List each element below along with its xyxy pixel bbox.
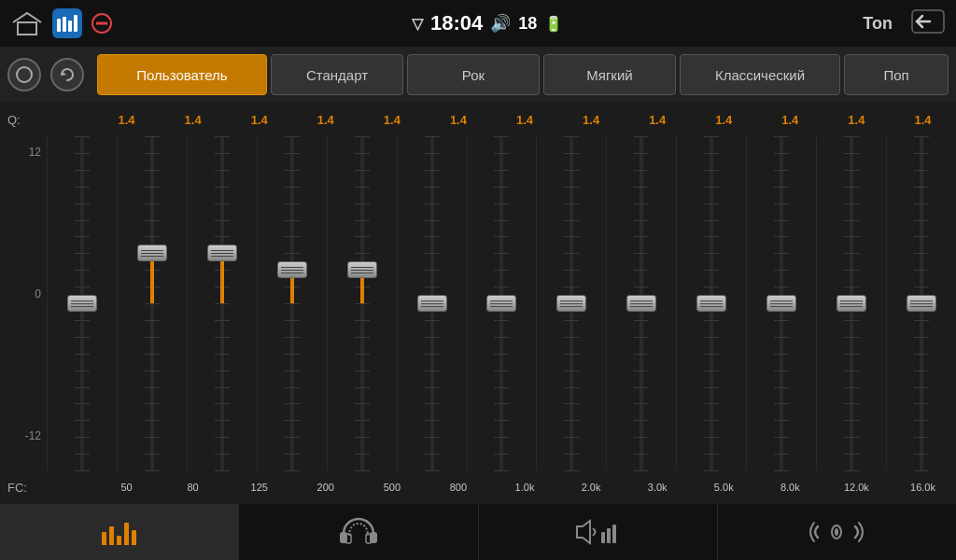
slider-wrapper-2 <box>188 136 257 470</box>
slider-wrapper-9 <box>677 136 746 470</box>
slider-handle-11[interactable] <box>836 295 866 312</box>
ton-label: Ton <box>863 14 893 34</box>
nav-speaker-eq[interactable] <box>479 504 718 560</box>
q-value-10: 1.4 <box>757 113 823 127</box>
fc-value-12: 16.0k <box>890 482 956 493</box>
svg-point-19 <box>835 528 838 536</box>
fc-value-6: 1.0k <box>491 482 557 493</box>
status-left <box>11 8 112 38</box>
slider-handle-7[interactable] <box>556 295 586 312</box>
fc-value-9: 5.0k <box>691 482 757 493</box>
slider-wrapper-6 <box>468 136 537 470</box>
slider-col-7 <box>536 136 606 470</box>
q-value-1: 1.4 <box>160 113 226 127</box>
q-label: Q: <box>7 113 21 127</box>
q-values-row: 1.41.41.41.41.41.41.41.41.41.41.41.41.4 <box>93 113 956 127</box>
nav-headphone[interactable] <box>239 504 478 560</box>
fc-value-7: 2.0k <box>558 482 625 493</box>
fc-values-row: 50801252005008001.0k2.0k3.0k5.0k8.0k12.0… <box>93 482 956 493</box>
slider-handle-9[interactable] <box>696 295 726 312</box>
svg-rect-3 <box>68 21 72 32</box>
slider-track-3 <box>290 136 294 470</box>
svg-rect-0 <box>18 22 36 35</box>
svg-rect-2 <box>63 17 66 32</box>
slider-handle-12[interactable] <box>907 295 936 312</box>
slider-handle-0[interactable] <box>67 295 97 312</box>
slider-handle-4[interactable] <box>347 261 377 278</box>
svg-rect-16 <box>607 528 611 543</box>
time-display: 18:04 <box>430 11 483 35</box>
preset-tab-user[interactable]: Пользователь <box>97 54 267 95</box>
fc-value-8: 3.0k <box>625 482 691 493</box>
slider-handle-2[interactable] <box>207 245 237 261</box>
preset-tab-classical[interactable]: Классический <box>680 54 840 95</box>
home-icon[interactable] <box>11 11 43 35</box>
preset-tab-soft[interactable]: Мягкий <box>543 54 676 95</box>
nav-eq[interactable] <box>0 504 239 560</box>
slider-col-9 <box>676 136 746 470</box>
eq-bars-icon <box>102 519 136 545</box>
sliders-container <box>47 136 956 470</box>
no-entry-icon <box>91 13 112 34</box>
fc-value-4: 500 <box>358 482 425 493</box>
back-icon[interactable] <box>911 9 945 37</box>
slider-col-6 <box>467 136 537 470</box>
slider-wrapper-1 <box>118 136 187 470</box>
preset-tab-standard[interactable]: Стандарт <box>271 54 403 95</box>
slider-wrapper-4 <box>328 136 397 470</box>
fc-row: FC: 50801252005008001.0k2.0k3.0k5.0k8.0k… <box>0 470 956 504</box>
q-value-4: 1.4 <box>358 113 425 127</box>
q-value-9: 1.4 <box>691 113 757 127</box>
slider-handle-3[interactable] <box>277 261 307 278</box>
fc-value-10: 8.0k <box>757 482 823 493</box>
nav-surround[interactable] <box>718 504 956 560</box>
fc-value-3: 200 <box>292 482 358 493</box>
slider-track-1 <box>150 136 154 470</box>
slider-handle-10[interactable] <box>766 295 796 312</box>
svg-marker-14 <box>577 521 590 543</box>
preset-tabs: Пользователь Стандарт Рок Мягкий Классич… <box>97 54 949 95</box>
svg-rect-17 <box>612 525 616 543</box>
preset-tab-rock[interactable]: Рок <box>407 54 540 95</box>
volume-icon: 🔊 <box>490 13 511 34</box>
svg-rect-1 <box>57 19 61 32</box>
svg-rect-4 <box>74 15 77 32</box>
speaker-eq-icon <box>573 515 622 549</box>
slider-col-3 <box>257 136 327 470</box>
preset-tab-pop[interactable]: Поп <box>844 54 949 95</box>
surround-icon <box>808 515 865 549</box>
slider-handle-5[interactable] <box>417 295 447 312</box>
slider-wrapper-3 <box>258 136 327 470</box>
slider-handle-1[interactable] <box>137 245 167 261</box>
slider-col-2 <box>187 136 257 470</box>
slider-track-4 <box>360 136 364 470</box>
preset-bar: Пользователь Стандарт Рок Мягкий Классич… <box>0 47 956 103</box>
eq-area: Q: 1.41.41.41.41.41.41.41.41.41.41.41.41… <box>0 103 956 504</box>
status-right: Ton <box>863 9 945 37</box>
slider-wrapper-10 <box>747 136 816 470</box>
q-value-12: 1.4 <box>890 113 956 127</box>
app-icon[interactable] <box>52 8 82 38</box>
slider-col-8 <box>606 136 676 470</box>
fc-value-0: 50 <box>93 482 160 493</box>
slider-col-0 <box>47 136 117 470</box>
slider-col-1 <box>117 136 187 470</box>
q-value-8: 1.4 <box>625 113 691 127</box>
reset-button[interactable] <box>50 58 84 91</box>
slider-track-2 <box>220 136 224 470</box>
fc-value-5: 800 <box>425 482 491 493</box>
q-value-11: 1.4 <box>823 113 890 127</box>
scale-labels: 12 0 -12 <box>0 136 47 470</box>
headphone-icon <box>336 515 381 549</box>
svg-point-8 <box>17 67 32 82</box>
q-row: Q: 1.41.41.41.41.41.41.41.41.41.41.41.41… <box>0 103 956 136</box>
slider-col-10 <box>746 136 816 470</box>
volume-value: 18 <box>518 14 537 34</box>
slider-handle-8[interactable] <box>626 295 656 312</box>
q-value-7: 1.4 <box>558 113 625 127</box>
slider-col-11 <box>816 136 886 470</box>
slider-handle-6[interactable] <box>486 295 516 312</box>
bottom-nav <box>0 504 956 560</box>
power-button[interactable] <box>7 58 41 91</box>
status-bar: ▽ 18:04 🔊 18 🔋 Ton <box>0 0 956 47</box>
